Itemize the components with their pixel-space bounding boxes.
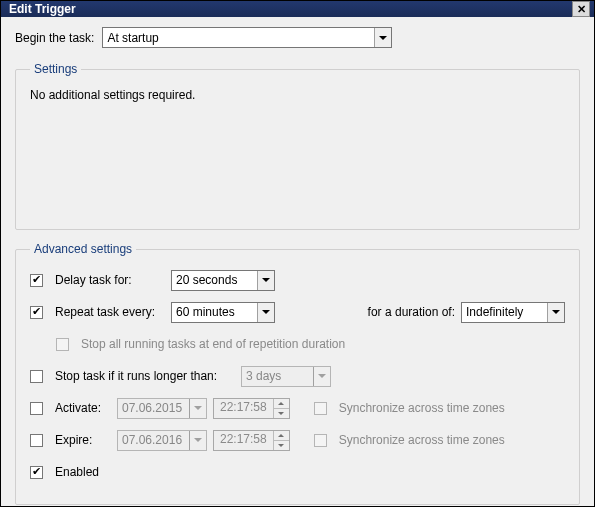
stop-all-label: Stop all running tasks at end of repetit… [81, 337, 345, 351]
activate-sync-checkbox [314, 402, 327, 415]
enabled-row: Enabled [30, 460, 565, 484]
stop-longer-combo: 3 days [241, 366, 331, 387]
advanced-settings-group: Advanced settings Delay task for: 20 sec… [15, 242, 580, 505]
spin-up-icon [274, 399, 289, 409]
repeat-value: 60 minutes [172, 304, 257, 320]
repeat-combo[interactable]: 60 minutes [171, 302, 275, 323]
enabled-checkbox[interactable] [30, 466, 43, 479]
repeat-row: Repeat task every: 60 minutes for a dura… [30, 300, 565, 324]
advanced-legend: Advanced settings [30, 242, 136, 256]
titlebar: Edit Trigger ✕ [1, 1, 594, 17]
stop-longer-value: 3 days [242, 368, 313, 384]
begin-task-row: Begin the task: At startup [15, 27, 580, 48]
activate-time: 22:17:58 [214, 399, 273, 418]
activate-date-combo: 07.06.2015 [117, 398, 207, 419]
stop-longer-checkbox[interactable] [30, 370, 43, 383]
repeat-checkbox[interactable] [30, 306, 43, 319]
expire-label: Expire: [55, 433, 111, 447]
duration-combo[interactable]: Indefinitely [461, 302, 565, 323]
window-title: Edit Trigger [9, 2, 572, 16]
activate-sync-label: Synchronize across time zones [339, 401, 505, 415]
chevron-down-icon [313, 367, 330, 386]
expire-time: 22:17:58 [214, 431, 273, 450]
expire-row: Expire: 07.06.2016 22:17:58 Synchronize … [30, 428, 565, 452]
stop-longer-label: Stop task if it runs longer than: [55, 369, 235, 383]
delay-checkbox[interactable] [30, 274, 43, 287]
expire-checkbox[interactable] [30, 434, 43, 447]
delay-row: Delay task for: 20 seconds [30, 268, 565, 292]
chevron-down-icon[interactable] [374, 28, 391, 47]
enabled-label: Enabled [55, 465, 99, 479]
settings-message: No additional settings required. [30, 88, 565, 102]
spin-down-icon [274, 409, 289, 418]
spin-down-icon [274, 441, 289, 450]
activate-row: Activate: 07.06.2015 22:17:58 Synchroniz… [30, 396, 565, 420]
close-button[interactable]: ✕ [572, 1, 590, 17]
stop-all-checkbox [56, 338, 69, 351]
expire-sync-label: Synchronize across time zones [339, 433, 505, 447]
dialog-window: Edit Trigger ✕ Begin the task: At startu… [0, 0, 595, 507]
chevron-down-icon [189, 399, 206, 418]
duration-label: for a duration of: [368, 305, 455, 319]
expire-date: 07.06.2016 [118, 432, 189, 448]
begin-task-combo[interactable]: At startup [102, 27, 392, 48]
spin-up-icon [274, 431, 289, 441]
expire-date-combo: 07.06.2016 [117, 430, 207, 451]
settings-legend: Settings [30, 62, 81, 76]
stop-all-row: Stop all running tasks at end of repetit… [56, 332, 565, 356]
delay-label: Delay task for: [55, 273, 165, 287]
chevron-down-icon[interactable] [257, 271, 274, 290]
delay-combo[interactable]: 20 seconds [171, 270, 275, 291]
stop-longer-row: Stop task if it runs longer than: 3 days [30, 364, 565, 388]
activate-checkbox[interactable] [30, 402, 43, 415]
begin-task-label: Begin the task: [15, 31, 94, 45]
settings-group: Settings No additional settings required… [15, 62, 580, 230]
activate-label: Activate: [55, 401, 111, 415]
activate-time-spinner: 22:17:58 [213, 398, 290, 419]
expire-sync-checkbox [314, 434, 327, 447]
expire-time-spinner: 22:17:58 [213, 430, 290, 451]
duration-value: Indefinitely [462, 304, 547, 320]
begin-task-value: At startup [103, 30, 374, 46]
repeat-label: Repeat task every: [55, 305, 165, 319]
activate-date: 07.06.2015 [118, 400, 189, 416]
chevron-down-icon[interactable] [257, 303, 274, 322]
content-area: Begin the task: At startup Settings No a… [1, 17, 594, 507]
chevron-down-icon [189, 431, 206, 450]
delay-value: 20 seconds [172, 272, 257, 288]
chevron-down-icon[interactable] [547, 303, 564, 322]
